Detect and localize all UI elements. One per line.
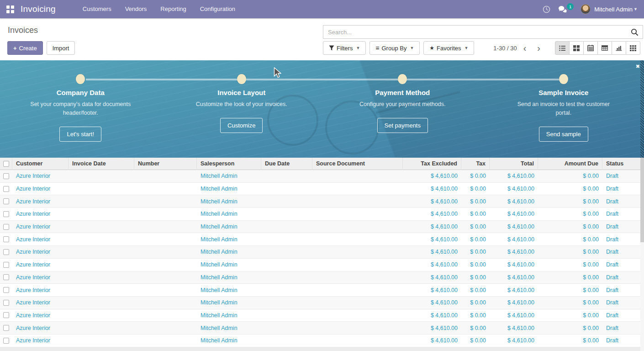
pivot-view-button[interactable]: [597, 41, 612, 55]
column-header-number[interactable]: Number: [134, 158, 197, 170]
cell-tax_excluded: $ 4,610.00: [403, 287, 461, 293]
step-action-button[interactable]: Customize: [220, 118, 263, 133]
row-checkbox[interactable]: [3, 312, 9, 318]
cell-tax: $ 0.00: [461, 198, 490, 205]
table-row[interactable]: Azure InteriorMitchell Admin$ 4,610.00$ …: [0, 271, 644, 284]
cell-tax: $ 0.00: [461, 211, 490, 217]
cell-salesperson: Mitchell Admin: [197, 337, 261, 344]
table-row[interactable]: Azure InteriorMitchell Admin$ 4,610.00$ …: [0, 170, 644, 183]
cell-amount_due: $ 0.00: [538, 312, 602, 319]
cell-total: $ 4,610.00: [490, 274, 538, 281]
table-row[interactable]: Azure InteriorMitchell Admin$ 4,610.00$ …: [0, 335, 644, 347]
favorites-button[interactable]: ★ Favorites▼: [423, 41, 474, 55]
group-by-icon: ≡: [375, 44, 379, 52]
table-row[interactable]: Azure InteriorMitchell Admin$ 4,610.00$ …: [0, 309, 644, 322]
row-checkbox[interactable]: [3, 287, 9, 293]
row-checkbox[interactable]: [3, 186, 9, 192]
row-checkbox[interactable]: [3, 173, 9, 179]
cell-total: $ 4,610.00: [490, 325, 538, 331]
row-checkbox[interactable]: [3, 236, 9, 242]
row-checkbox[interactable]: [3, 338, 9, 344]
step-action-button[interactable]: Set payments: [377, 118, 428, 133]
table-row[interactable]: Azure InteriorMitchell Admin$ 4,610.00$ …: [0, 221, 644, 234]
row-checkbox[interactable]: [3, 325, 9, 331]
column-header-invoice_date[interactable]: Invoice Date: [69, 158, 134, 170]
step-description: Customize the look of your invoices.: [189, 100, 295, 109]
cell-tax: $ 0.00: [461, 186, 490, 192]
table-row[interactable]: Azure InteriorMitchell Admin$ 4,610.00$ …: [0, 297, 644, 309]
table-row[interactable]: Azure InteriorMitchell Admin$ 4,610.00$ …: [0, 322, 644, 335]
user-menu[interactable]: Mitchell Admin ▼: [581, 4, 638, 14]
view-switcher: [555, 41, 640, 55]
cell-amount_due: $ 0.00: [538, 299, 602, 306]
column-header-source_document[interactable]: Source Document: [312, 158, 403, 170]
row-checkbox[interactable]: [3, 274, 9, 280]
kanban-view-button[interactable]: [569, 41, 584, 55]
select-all-checkbox[interactable]: [3, 161, 9, 167]
scrollbar-thumb[interactable]: [640, 158, 644, 242]
menu-vendors[interactable]: Vendors: [118, 0, 154, 18]
scrollbar-track[interactable]: [640, 158, 644, 351]
list-view-button[interactable]: [555, 41, 570, 55]
cell-status: Draft: [602, 325, 640, 331]
cell-tax: $ 0.00: [461, 299, 490, 306]
table-row[interactable]: Azure InteriorMitchell Admin$ 4,610.00$ …: [0, 233, 644, 246]
pager-range: 1-30 / 30: [493, 45, 517, 52]
step-action-button[interactable]: Let's start!: [59, 127, 101, 142]
table-row[interactable]: Azure InteriorMitchell Admin$ 4,610.00$ …: [0, 284, 644, 297]
search-input[interactable]: [323, 29, 631, 36]
close-icon[interactable]: ✖: [636, 64, 640, 69]
row-checkbox[interactable]: [3, 224, 9, 230]
search-icon[interactable]: [631, 28, 639, 36]
cell-status: Draft: [602, 261, 640, 268]
cell-total: $ 4,610.00: [490, 198, 538, 205]
row-checkbox[interactable]: [3, 262, 9, 268]
cell-tax_excluded: $ 4,610.00: [403, 249, 461, 255]
user-avatar: [581, 4, 591, 14]
import-button[interactable]: Import: [47, 41, 75, 55]
cell-total: $ 4,610.00: [490, 249, 538, 255]
cell-tax: $ 0.00: [461, 337, 490, 344]
activity-view-button[interactable]: [626, 41, 640, 55]
filters-button[interactable]: Filters▼: [323, 41, 366, 55]
column-header-amount_due[interactable]: Amount Due: [538, 158, 602, 170]
column-header-status[interactable]: Status: [602, 158, 640, 170]
table-row[interactable]: Azure InteriorMitchell Admin$ 4,610.00$ …: [0, 246, 644, 259]
menu-reporting[interactable]: Reporting: [153, 0, 193, 18]
table-row[interactable]: Azure InteriorMitchell Admin$ 4,610.00$ …: [0, 259, 644, 271]
row-checkbox[interactable]: [3, 300, 9, 306]
cell-customer: Azure Interior: [12, 211, 69, 217]
column-header-total[interactable]: Total: [490, 158, 538, 170]
column-header-customer[interactable]: Customer: [12, 158, 69, 170]
menu-configuration[interactable]: Configuration: [193, 0, 242, 18]
apps-menu-icon[interactable]: [6, 5, 14, 13]
cell-tax: $ 0.00: [461, 236, 490, 243]
column-header-tax[interactable]: Tax: [461, 158, 490, 170]
messages-icon[interactable]: 1: [558, 5, 568, 13]
activities-clock-icon[interactable]: [543, 5, 550, 13]
page-title: Invoices: [8, 26, 38, 35]
column-header-salesperson[interactable]: Salesperson: [197, 158, 261, 170]
row-checkbox[interactable]: [3, 249, 9, 255]
step-dot: [559, 74, 568, 84]
group-by-button[interactable]: ≡ Group By▼: [370, 41, 420, 55]
pager-previous-icon[interactable]: ‹: [519, 42, 531, 54]
table-row[interactable]: Azure InteriorMitchell Admin$ 4,610.00$ …: [0, 195, 644, 208]
calendar-view-button[interactable]: [583, 41, 598, 55]
create-button[interactable]: + Create: [7, 41, 43, 55]
menu-customers[interactable]: Customers: [76, 0, 118, 18]
row-checkbox[interactable]: [3, 198, 9, 204]
step-description: Configure your payment methods.: [349, 100, 455, 109]
column-header-due_date[interactable]: Due Date: [261, 158, 312, 170]
graph-view-button[interactable]: [612, 41, 626, 55]
table-row[interactable]: Azure InteriorMitchell Admin$ 4,610.00$ …: [0, 208, 644, 221]
row-checkbox[interactable]: [3, 211, 9, 217]
pager-next-icon[interactable]: ›: [533, 42, 545, 54]
step-title: Payment Method: [322, 89, 483, 96]
app-title: Invoicing: [21, 4, 56, 14]
column-header-tax_excluded[interactable]: Tax Excluded: [403, 158, 461, 170]
step-action-button[interactable]: Send sample: [539, 127, 588, 142]
cell-tax: $ 0.00: [461, 325, 490, 331]
cell-tax: $ 0.00: [461, 287, 490, 293]
table-row[interactable]: Azure InteriorMitchell Admin$ 4,610.00$ …: [0, 183, 644, 196]
